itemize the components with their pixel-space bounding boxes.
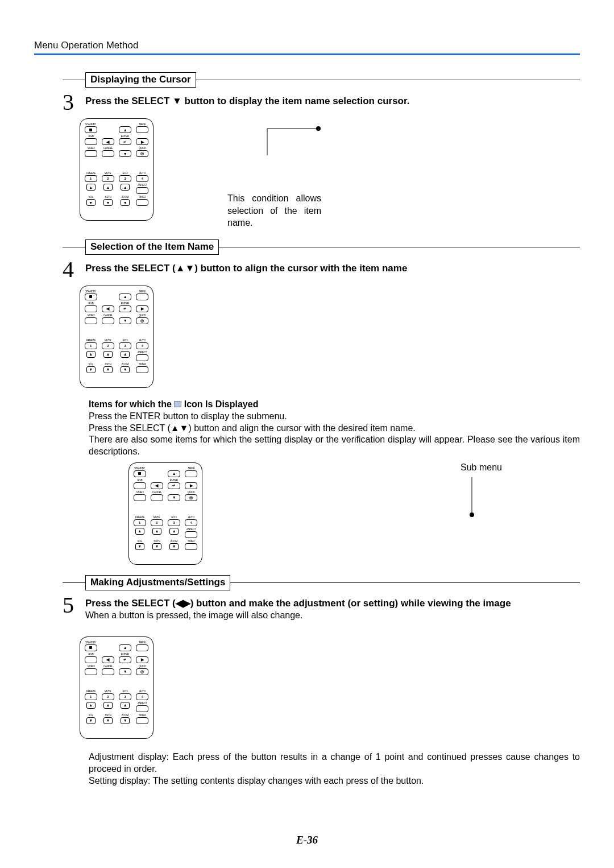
- up-button: ▲: [119, 126, 131, 133]
- step4-subsection: Items for which the Icon Is Displayed Pr…: [89, 399, 580, 565]
- vol-up-button: ▲: [86, 184, 96, 191]
- section-title: Making Adjustments/Settings: [85, 575, 230, 590]
- section-selection-item-name: Selection of the Item Name: [63, 239, 580, 255]
- submenu-callout: Sub menu: [460, 462, 529, 525]
- freeze-button: 1: [85, 175, 97, 182]
- svg-point-4: [470, 512, 474, 517]
- svg-point-2: [316, 126, 321, 131]
- vol-down-button: ▼: [86, 199, 96, 206]
- kstn-up-button: ▲: [103, 184, 113, 191]
- step-instruction: Press the SELECT (◀▶) button and make th…: [85, 594, 511, 609]
- header-rule: [34, 53, 580, 55]
- timer-button: [136, 199, 148, 206]
- cancel-button: [102, 150, 114, 157]
- submenu-pointer-icon: [460, 477, 506, 523]
- video-button: [85, 150, 97, 157]
- setting-paragraph: Setting display: The setting contents di…: [89, 775, 580, 787]
- remote-diagram: STANDBY ▲ MENU RGB ◀ ENTER↵ ▶ VIDEO CANC…: [80, 118, 154, 221]
- remote-diagram: STANDBY ▲ MENU RGB ◀ ENTER↵ ▶ VIDEO CANC…: [80, 636, 154, 739]
- enter-button: ↵: [119, 138, 131, 145]
- rgb-button: [85, 138, 97, 145]
- step-4: 4 Press the SELECT (▲▼) button to align …: [63, 258, 580, 281]
- auto-button: 4: [136, 175, 148, 182]
- section-title: Displaying the Cursor: [85, 72, 196, 88]
- remote-diagram: STANDBY ▲ MENU RGB ◀ ENTER↵ ▶ VIDEO CANC…: [128, 462, 202, 565]
- kstn-down-button: ▼: [103, 199, 113, 206]
- step-number: 3: [63, 91, 78, 114]
- page-header: Menu Operation Method: [34, 40, 580, 51]
- sub-paragraph: Press the ENTER button to display the su…: [89, 411, 580, 423]
- page-number: E-36: [0, 834, 614, 846]
- mute-button: 2: [102, 175, 114, 182]
- step-subtext: When a button is pressed, the image will…: [85, 610, 511, 621]
- adjustment-paragraph: Adjustment display: Each press of the bu…: [89, 751, 580, 775]
- zoom-down-button: ▼: [121, 199, 130, 206]
- step-3: 3 Press the SELECT ▼ button to display t…: [63, 91, 580, 114]
- down-button: ▼: [119, 150, 131, 157]
- sub-heading: Items for which the Icon Is Displayed: [89, 399, 580, 410]
- menu-button: [136, 126, 148, 133]
- step-5: 5 Press the SELECT (◀▶) button and make …: [63, 594, 580, 621]
- cursor-callout: This condition allows selection of the i…: [227, 118, 341, 229]
- step-number: 4: [63, 258, 78, 281]
- step5-description: Adjustment display: Each press of the bu…: [89, 751, 580, 787]
- remote-diagram: STANDBY ▲ MENU RGB ◀ ENTER↵ ▶ VIDEO CANC…: [80, 286, 154, 388]
- section-title: Selection of the Item Name: [85, 239, 219, 255]
- callout-line-icon: [227, 124, 324, 158]
- step-instruction: Press the SELECT ▼ button to display the…: [85, 91, 580, 107]
- section-adjustments-settings: Making Adjustments/Settings: [63, 575, 580, 590]
- eco-button: 3: [119, 175, 131, 182]
- aspect-button: [136, 187, 148, 194]
- section-displaying-cursor: Displaying the Cursor: [63, 72, 580, 88]
- callout-text: This condition allows selection of the i…: [227, 192, 321, 229]
- zoom-up-button: ▲: [121, 184, 130, 191]
- step-number: 5: [63, 594, 78, 617]
- left-button: ◀: [102, 138, 114, 145]
- right-button: ▶: [136, 138, 148, 145]
- standby-button: [85, 126, 97, 133]
- quick-button: ◎: [136, 150, 148, 157]
- submenu-label: Sub menu: [460, 462, 529, 473]
- submenu-link-icon: [174, 401, 181, 407]
- sub-paragraph: There are also some items for which the …: [89, 434, 580, 458]
- sub-paragraph: Press the SELECT (▲▼) button and align t…: [89, 423, 580, 435]
- step-instruction: Press the SELECT (▲▼) button to align th…: [85, 258, 580, 274]
